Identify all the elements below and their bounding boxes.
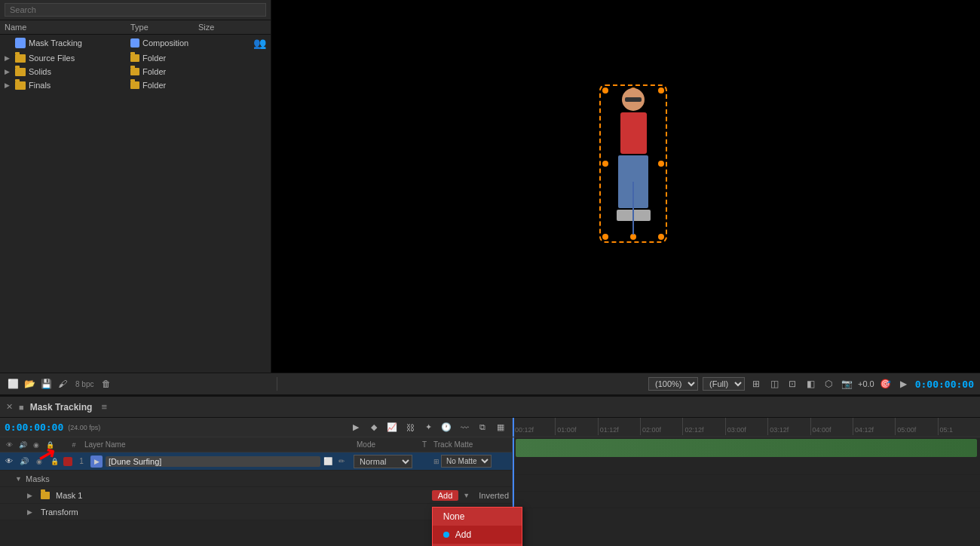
timeline-square-icon: ■ xyxy=(19,403,24,412)
col-t-header: T xyxy=(417,440,432,449)
ruler-mark-0: 00:12f xyxy=(513,418,555,435)
layer-label-color xyxy=(63,457,72,466)
tl-clock-icon[interactable]: 🕐 xyxy=(439,421,453,434)
mask-mode-dropdown-menu: None Add Subtract Intersect xyxy=(432,507,522,547)
add-label: Add xyxy=(455,529,471,540)
col-header-name: Name xyxy=(5,23,130,32)
tl-fps: (24.00 fps) xyxy=(68,424,100,431)
motion-blur-icon[interactable]: 🎯 xyxy=(879,377,893,391)
tl-graph-icon[interactable]: 📈 xyxy=(385,421,399,434)
timeline-close-icon[interactable]: ✕ xyxy=(6,402,13,412)
item-name-label: Source Files xyxy=(29,54,75,63)
layer-visibility-toggle[interactable]: 👁 xyxy=(3,457,15,465)
toolbar-left: ⬜ 📂 💾 🖌 8 bpc 🗑 xyxy=(6,377,277,391)
tl-chain-icon[interactable]: ⛓ xyxy=(403,421,417,434)
list-item[interactable]: ▶ Source Files Folder xyxy=(0,51,271,65)
track-matte-select[interactable]: No Matte xyxy=(441,455,492,468)
camera-icon[interactable]: 📷 xyxy=(840,377,853,391)
tl-arrow-icon[interactable]: ▶ xyxy=(349,421,363,434)
timeline-empty-row-1 xyxy=(513,459,980,475)
tl-motion-icon[interactable]: 〰 xyxy=(458,421,471,434)
play-icon[interactable]: ▶ xyxy=(897,377,911,391)
layer-lock-toggle[interactable]: 🔒 xyxy=(48,458,60,465)
transparency-icon[interactable]: ◧ xyxy=(804,377,817,391)
item-type-cell: Folder xyxy=(130,67,198,76)
ruler-marks: 00:12f 01:00f 01:12f 02:00f 02:12f 03:00… xyxy=(513,418,980,437)
item-name-label: Solids xyxy=(29,67,51,76)
transform-arrow[interactable]: ▶ xyxy=(27,508,35,516)
project-table-header: Name Type Size xyxy=(0,20,271,35)
mask-view-icon[interactable]: ◫ xyxy=(767,377,781,391)
person-torso xyxy=(620,112,647,154)
ruler-mark-7: 04:00f xyxy=(810,418,853,435)
dropdown-item-none[interactable]: None xyxy=(433,508,522,526)
ruler-mark-2: 01:12f xyxy=(598,418,640,435)
trash-icon[interactable]: 🗑 xyxy=(100,377,113,391)
type-folder-icon xyxy=(130,68,139,75)
timeline-empty-row-3 xyxy=(513,492,980,508)
mask-mode-button[interactable]: Add xyxy=(432,490,459,501)
layer-solo-toggle[interactable]: ◉ xyxy=(33,458,45,465)
open-icon[interactable]: 📂 xyxy=(23,377,36,391)
col-mode-header: Mode xyxy=(357,440,415,449)
brush-icon[interactable]: 🖌 xyxy=(56,377,69,391)
layer-timeline-bar[interactable] xyxy=(516,439,977,457)
col-lock-icon: 🔒 xyxy=(44,439,56,451)
col-solo-icon: ◉ xyxy=(30,439,42,451)
toolbar-bar: ⬜ 📂 💾 🖌 8 bpc 🗑 (100%) (Full) ⊞ ◫ ⊡ ◧ ⬡ … xyxy=(0,373,980,395)
col-header-size: Size xyxy=(198,23,236,32)
dropdown-item-subtract[interactable]: Subtract xyxy=(433,544,522,547)
col-eye-icon: 👁 xyxy=(3,439,15,451)
layer-number: 1 xyxy=(75,457,87,465)
preview-panel xyxy=(271,0,980,373)
mask-dropdown-arrow[interactable]: ▼ xyxy=(463,492,470,499)
preview-person xyxy=(596,81,671,247)
ruler-mark-10: 05:1 xyxy=(938,418,980,435)
dropdown-item-add[interactable]: Add xyxy=(433,526,522,544)
item-type-cell: Folder xyxy=(130,81,198,90)
tl-checkerboard-icon[interactable]: ▦ xyxy=(494,421,507,434)
timecode-display: 0:00:00:00 xyxy=(915,379,974,390)
col-layer-name-header: Layer Name xyxy=(81,440,355,449)
layer-pen-icon[interactable]: ✏ xyxy=(338,457,351,465)
save-icon[interactable]: 💾 xyxy=(39,377,53,391)
layer-name-input[interactable]: [Dune Surfing] xyxy=(106,456,320,467)
timeline-body: 0:00:00:00 (24.00 fps) ▶ ◆ 📈 ⛓ ✦ 🕐 〰 ⧉ ▦… xyxy=(0,418,980,546)
list-item[interactable]: ▶ Solids Folder xyxy=(0,65,271,78)
render-icon[interactable]: ⬡ xyxy=(822,377,835,391)
zoom-select[interactable]: (100%) xyxy=(648,377,698,391)
masks-collapse-arrow[interactable]: ▼ xyxy=(15,475,23,483)
layer-type-icon: ▶ xyxy=(90,456,103,468)
mask-1-name: Mask 1 xyxy=(56,491,82,500)
ruler-mark-3: 02:00f xyxy=(640,418,682,435)
ruler-mark-5: 03:00f xyxy=(725,418,767,435)
ruler-mark-1: 01:00f xyxy=(555,418,597,435)
item-name-label: Finals xyxy=(29,81,51,90)
folder-icon xyxy=(15,68,26,76)
type-comp-icon xyxy=(130,38,139,48)
timeline-layer-row[interactable]: 👁 🔊 ◉ 🔒 1 ▶ [Dune Surfing] ⬜ ✏ Normal ⊞ … xyxy=(0,452,512,471)
grid-icon[interactable]: ⊞ xyxy=(749,377,763,391)
layer-edit-icon[interactable]: ⬜ xyxy=(323,457,335,465)
ruler-mark-6: 03:12f xyxy=(767,418,810,435)
tl-adjust-icon[interactable]: ⧉ xyxy=(476,421,489,434)
playhead-marker-top[interactable] xyxy=(513,418,514,437)
list-item[interactable]: Mask Tracking Composition 👥 xyxy=(0,35,271,51)
layer-audio-toggle[interactable]: 🔊 xyxy=(18,457,30,465)
project-search-input[interactable] xyxy=(5,3,266,17)
mask-collapse-arrow[interactable]: ▶ xyxy=(27,492,35,499)
timeline-right-panel: 00:12f 01:00f 01:12f 02:00f 02:12f 03:00… xyxy=(513,418,980,546)
tl-star-icon[interactable]: ✦ xyxy=(421,421,435,434)
track-matte-icon: ⊞ xyxy=(433,458,439,465)
toolbar-right: (100%) (Full) ⊞ ◫ ⊡ ◧ ⬡ 📷 +0.0 🎯 ▶ 0:00:… xyxy=(282,377,974,391)
layer-mode-dropdown[interactable]: Normal xyxy=(354,455,412,468)
tl-keyframe-icon[interactable]: ◆ xyxy=(367,421,381,434)
crop-icon[interactable]: ⊡ xyxy=(786,377,799,391)
timeline-hamburger-icon[interactable]: ≡ xyxy=(101,401,107,413)
folder-icon xyxy=(15,54,26,63)
list-item[interactable]: ▶ Finals Folder xyxy=(0,78,271,92)
new-composition-icon[interactable]: ⬜ xyxy=(6,377,20,391)
item-type-cell: Folder xyxy=(130,54,198,63)
resolution-select[interactable]: (Full) xyxy=(703,377,745,391)
ruler-mark-8: 04:12f xyxy=(853,418,895,435)
